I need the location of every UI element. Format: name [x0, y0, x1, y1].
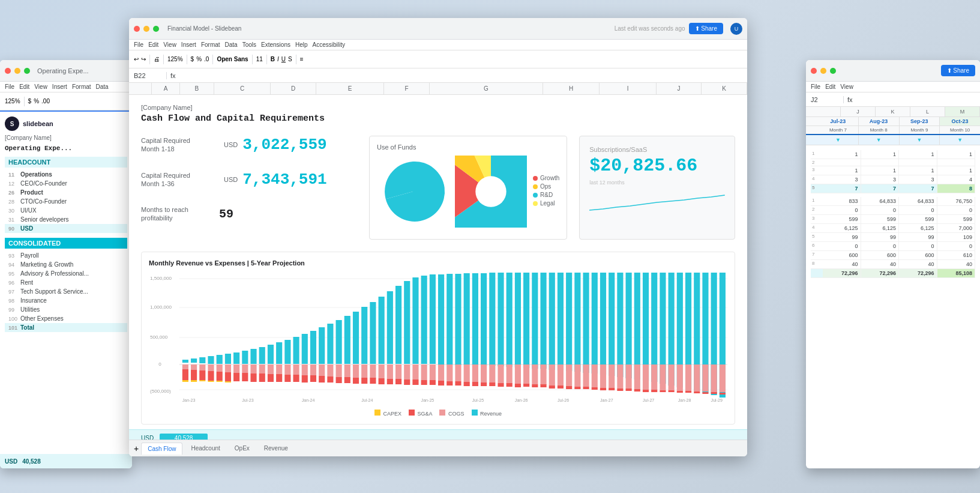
main-help[interactable]: Help	[295, 41, 308, 48]
main-data[interactable]: Data	[225, 41, 238, 48]
col-f[interactable]: F	[384, 83, 430, 94]
bold-button[interactable]: B	[271, 56, 275, 62]
strikethrough-button[interactable]: S	[288, 56, 292, 62]
dollar-sign[interactable]: $	[191, 56, 194, 62]
main-minimize-dot[interactable]	[143, 26, 149, 32]
col-a[interactable]: A	[152, 83, 180, 94]
svg-rect-119	[702, 392, 708, 394]
rd-dot	[533, 193, 538, 198]
col-i[interactable]: I	[600, 83, 656, 94]
metric-label-3: Months to reachprofitability	[141, 205, 219, 223]
bar-chart-section: Monthly Revenue vs Expenses | 5-Year Pro…	[141, 252, 735, 425]
col-b[interactable]: B	[180, 83, 214, 94]
svg-rect-118	[694, 392, 700, 393]
svg-rect-30	[489, 364, 495, 383]
filter-icon-1[interactable]: ▼	[818, 135, 859, 145]
svg-rect-104	[574, 387, 580, 389]
col-j[interactable]: J	[657, 83, 702, 94]
filter-icon-3[interactable]: ▼	[900, 135, 940, 145]
svg-rect-57	[720, 364, 726, 392]
tab-opex[interactable]: OpEx	[229, 443, 256, 454]
menu-edit[interactable]: Edit	[19, 83, 29, 90]
right-month10: Month 10	[940, 126, 980, 134]
main-tools[interactable]: Tools	[242, 41, 256, 48]
col-g[interactable]: G	[430, 83, 543, 94]
underline-button[interactable]: U	[281, 56, 286, 62]
svg-rect-52	[677, 364, 683, 391]
col-c[interactable]: C	[214, 83, 271, 94]
r1c1: 1	[823, 150, 861, 159]
col-e[interactable]: E	[316, 83, 384, 94]
main-expand-dot[interactable]	[153, 26, 159, 32]
tab-revenue[interactable]: Revenue	[258, 443, 294, 454]
x-label-jul27: Jul-27	[643, 398, 654, 402]
menu-insert[interactable]: Insert	[52, 83, 67, 90]
main-accessibility[interactable]: Accessibility	[313, 41, 345, 48]
rs2c1: 0	[823, 206, 861, 214]
svg-rect-48	[643, 364, 649, 390]
svg-rect-65	[242, 373, 248, 381]
main-view[interactable]: View	[163, 41, 176, 48]
right-row-3: 3 1 1 1 1	[811, 166, 975, 175]
legal-dot	[533, 201, 538, 206]
filter-icon-4[interactable]: ▼	[940, 135, 980, 145]
main-extensions[interactable]: Extensions	[261, 41, 290, 48]
right-share-button[interactable]: ⬆ Share	[941, 65, 975, 76]
svg-rect-74	[319, 376, 325, 383]
italic-button[interactable]: I	[277, 56, 279, 62]
tab-cashflow[interactable]: Cash Flow	[141, 443, 182, 455]
right-file[interactable]: File	[811, 83, 820, 90]
tab-headcount[interactable]: Headcount	[185, 443, 226, 454]
main-insert[interactable]: Insert	[181, 41, 196, 48]
filter-icon-2[interactable]: ▼	[859, 135, 900, 145]
print-button[interactable]: 🖨	[154, 56, 160, 62]
left-sheet-title-bar: Operating Expe...	[37, 67, 127, 74]
main-format[interactable]: Format	[201, 41, 220, 48]
menu-format[interactable]: Format	[72, 83, 91, 90]
menu-file[interactable]: File	[5, 83, 14, 90]
share-button[interactable]: ⬆ Share	[689, 23, 723, 34]
font-name[interactable]: Open Sans	[217, 56, 248, 62]
svg-rect-79	[361, 378, 367, 384]
undo-button[interactable]: ↩	[134, 56, 139, 62]
rev-bar-48	[583, 273, 589, 373]
svg-rect-101	[549, 386, 555, 389]
svg-rect-66	[250, 374, 256, 382]
company-name-display: [Company Name]	[141, 104, 735, 111]
right-view[interactable]: View	[840, 83, 853, 90]
col-d[interactable]: D	[271, 83, 316, 94]
right-minimize-dot[interactable]	[820, 68, 826, 74]
right-edit[interactable]: Edit	[825, 83, 835, 90]
right-salary-row-1: 1 833 64,833 64,833 76,750	[811, 197, 975, 206]
close-dot[interactable]	[5, 68, 11, 74]
metric-value-3: 59	[219, 207, 233, 221]
main-file[interactable]: File	[134, 41, 143, 48]
main-edit[interactable]: Edit	[148, 41, 158, 48]
align-button[interactable]: ≡	[300, 56, 304, 62]
right-close-dot[interactable]	[811, 68, 817, 74]
cell-reference[interactable]: B22	[134, 72, 167, 79]
redo-button[interactable]: ↪	[141, 56, 146, 62]
svg-rect-108	[609, 388, 615, 390]
svg-rect-63	[225, 372, 231, 381]
col-k[interactable]: K	[702, 83, 747, 94]
right-expand-dot[interactable]	[830, 68, 836, 74]
main-close-dot[interactable]	[134, 26, 140, 32]
right-total-row: 72,296 72,296 72,296 85,108	[811, 269, 975, 278]
row-total: 101Total	[5, 323, 127, 332]
font-size[interactable]: 11	[256, 56, 263, 62]
menu-data[interactable]: Data	[96, 83, 109, 90]
menu-view[interactable]: View	[34, 83, 47, 90]
left-menu-bar: File Edit View Insert Format Data	[0, 82, 132, 92]
percent-sign[interactable]: %	[196, 56, 202, 62]
decimal[interactable]: .0	[204, 56, 209, 62]
svg-rect-29	[481, 364, 487, 383]
col-h[interactable]: H	[543, 83, 600, 94]
minimize-dot[interactable]	[14, 68, 20, 74]
svg-rect-68	[268, 374, 274, 382]
x-label-jan27: Jan-27	[600, 398, 613, 402]
expand-dot[interactable]	[24, 68, 30, 74]
add-sheet-button[interactable]: +	[134, 444, 139, 453]
capex-box	[374, 410, 380, 416]
svg-rect-17	[379, 364, 385, 378]
